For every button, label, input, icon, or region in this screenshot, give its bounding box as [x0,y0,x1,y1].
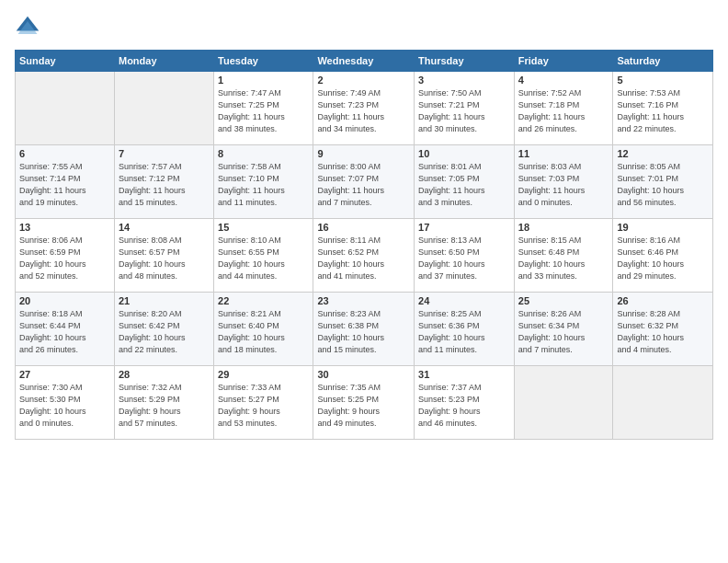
day-number: 6 [19,148,110,159]
calendar-cell: 21Sunrise: 8:20 AM Sunset: 6:42 PM Dayli… [114,293,213,366]
day-number: 24 [418,295,510,306]
day-number: 14 [119,222,210,233]
day-info: Sunrise: 7:57 AM Sunset: 7:12 PM Dayligh… [119,161,210,209]
day-number: 3 [418,75,510,86]
calendar-cell [114,72,213,145]
calendar-cell: 11Sunrise: 8:03 AM Sunset: 7:03 PM Dayli… [514,145,613,219]
day-number: 25 [518,295,609,306]
day-info: Sunrise: 8:13 AM Sunset: 6:50 PM Dayligh… [418,235,510,282]
calendar-week-4: 20Sunrise: 8:18 AM Sunset: 6:44 PM Dayli… [16,293,713,366]
day-info: Sunrise: 8:25 AM Sunset: 6:36 PM Dayligh… [418,308,510,356]
day-info: Sunrise: 7:35 AM Sunset: 5:25 PM Dayligh… [317,382,410,430]
calendar-cell: 8Sunrise: 7:58 AM Sunset: 7:10 PM Daylig… [214,145,313,219]
day-info: Sunrise: 8:01 AM Sunset: 7:05 PM Dayligh… [418,161,510,209]
day-info: Sunrise: 8:10 AM Sunset: 6:55 PM Dayligh… [218,235,309,282]
calendar-cell: 22Sunrise: 8:21 AM Sunset: 6:40 PM Dayli… [214,293,313,366]
day-number: 9 [317,148,410,159]
day-number: 20 [19,295,110,306]
calendar-cell: 23Sunrise: 8:23 AM Sunset: 6:38 PM Dayli… [313,293,415,366]
calendar-cell [16,72,115,145]
calendar-cell: 29Sunrise: 7:33 AM Sunset: 5:27 PM Dayli… [214,366,313,440]
day-number: 29 [218,369,309,380]
calendar-cell: 26Sunrise: 8:28 AM Sunset: 6:32 PM Dayli… [613,293,713,366]
column-header-sunday: Sunday [16,51,115,72]
column-header-monday: Monday [114,51,213,72]
day-number: 22 [218,295,309,306]
day-number: 15 [218,222,309,233]
header [15,15,713,40]
column-header-friday: Friday [514,51,613,72]
day-info: Sunrise: 8:20 AM Sunset: 6:42 PM Dayligh… [119,308,210,356]
calendar-cell: 17Sunrise: 8:13 AM Sunset: 6:50 PM Dayli… [415,219,515,293]
day-info: Sunrise: 7:32 AM Sunset: 5:29 PM Dayligh… [119,382,210,430]
column-header-saturday: Saturday [613,51,713,72]
calendar-cell: 27Sunrise: 7:30 AM Sunset: 5:30 PM Dayli… [16,366,115,440]
day-number: 8 [218,148,309,159]
day-number: 7 [119,148,210,159]
day-info: Sunrise: 7:30 AM Sunset: 5:30 PM Dayligh… [19,382,110,430]
column-header-wednesday: Wednesday [313,51,415,72]
day-number: 31 [418,369,510,380]
calendar-header-row: SundayMondayTuesdayWednesdayThursdayFrid… [16,51,713,72]
day-info: Sunrise: 8:16 AM Sunset: 6:46 PM Dayligh… [617,235,709,282]
day-number: 19 [617,222,709,233]
day-number: 5 [617,75,709,86]
day-info: Sunrise: 7:47 AM Sunset: 7:25 PM Dayligh… [218,87,309,135]
calendar-cell: 28Sunrise: 7:32 AM Sunset: 5:29 PM Dayli… [114,366,213,440]
day-info: Sunrise: 7:52 AM Sunset: 7:18 PM Dayligh… [518,87,609,135]
day-info: Sunrise: 8:28 AM Sunset: 6:32 PM Dayligh… [617,308,709,356]
day-number: 23 [317,295,410,306]
calendar-cell: 18Sunrise: 8:15 AM Sunset: 6:48 PM Dayli… [514,219,613,293]
day-info: Sunrise: 7:50 AM Sunset: 7:21 PM Dayligh… [418,87,510,135]
day-number: 30 [317,369,410,380]
calendar-week-3: 13Sunrise: 8:06 AM Sunset: 6:59 PM Dayli… [16,219,713,293]
day-info: Sunrise: 8:21 AM Sunset: 6:40 PM Dayligh… [218,308,309,356]
calendar-cell: 2Sunrise: 7:49 AM Sunset: 7:23 PM Daylig… [313,72,415,145]
day-number: 13 [19,222,110,233]
calendar-cell: 3Sunrise: 7:50 AM Sunset: 7:21 PM Daylig… [415,72,515,145]
day-info: Sunrise: 7:49 AM Sunset: 7:23 PM Dayligh… [317,87,410,135]
calendar-cell: 13Sunrise: 8:06 AM Sunset: 6:59 PM Dayli… [16,219,115,293]
calendar-cell: 31Sunrise: 7:37 AM Sunset: 5:23 PM Dayli… [415,366,515,440]
day-info: Sunrise: 8:06 AM Sunset: 6:59 PM Dayligh… [19,235,110,282]
calendar-cell: 4Sunrise: 7:52 AM Sunset: 7:18 PM Daylig… [514,72,613,145]
day-number: 26 [617,295,709,306]
day-info: Sunrise: 8:05 AM Sunset: 7:01 PM Dayligh… [617,161,709,209]
day-info: Sunrise: 8:26 AM Sunset: 6:34 PM Dayligh… [518,308,609,356]
day-info: Sunrise: 8:18 AM Sunset: 6:44 PM Dayligh… [19,308,110,356]
day-number: 2 [317,75,410,86]
day-info: Sunrise: 8:08 AM Sunset: 6:57 PM Dayligh… [119,235,210,282]
page: SundayMondayTuesdayWednesdayThursdayFrid… [0,0,728,563]
day-number: 17 [418,222,510,233]
day-number: 18 [518,222,609,233]
calendar-cell: 12Sunrise: 8:05 AM Sunset: 7:01 PM Dayli… [613,145,713,219]
calendar-table: SundayMondayTuesdayWednesdayThursdayFrid… [15,50,713,440]
calendar-cell: 5Sunrise: 7:53 AM Sunset: 7:16 PM Daylig… [613,72,713,145]
day-info: Sunrise: 7:58 AM Sunset: 7:10 PM Dayligh… [218,161,309,209]
calendar-cell: 1Sunrise: 7:47 AM Sunset: 7:25 PM Daylig… [214,72,313,145]
day-info: Sunrise: 8:03 AM Sunset: 7:03 PM Dayligh… [518,161,609,209]
day-info: Sunrise: 7:37 AM Sunset: 5:23 PM Dayligh… [418,382,510,430]
calendar-cell: 25Sunrise: 8:26 AM Sunset: 6:34 PM Dayli… [514,293,613,366]
calendar-cell: 16Sunrise: 8:11 AM Sunset: 6:52 PM Dayli… [313,219,415,293]
day-info: Sunrise: 8:15 AM Sunset: 6:48 PM Dayligh… [518,235,609,282]
day-number: 4 [518,75,609,86]
day-info: Sunrise: 7:33 AM Sunset: 5:27 PM Dayligh… [218,382,309,430]
calendar-cell: 6Sunrise: 7:55 AM Sunset: 7:14 PM Daylig… [16,145,115,219]
calendar-cell: 10Sunrise: 8:01 AM Sunset: 7:05 PM Dayli… [415,145,515,219]
calendar-cell: 20Sunrise: 8:18 AM Sunset: 6:44 PM Dayli… [16,293,115,366]
day-info: Sunrise: 7:55 AM Sunset: 7:14 PM Dayligh… [19,161,110,209]
day-number: 21 [119,295,210,306]
calendar-week-1: 1Sunrise: 7:47 AM Sunset: 7:25 PM Daylig… [16,72,713,145]
calendar-cell: 24Sunrise: 8:25 AM Sunset: 6:36 PM Dayli… [415,293,515,366]
calendar-week-2: 6Sunrise: 7:55 AM Sunset: 7:14 PM Daylig… [16,145,713,219]
calendar-cell: 30Sunrise: 7:35 AM Sunset: 5:25 PM Dayli… [313,366,415,440]
calendar-cell [613,366,713,440]
day-info: Sunrise: 8:23 AM Sunset: 6:38 PM Dayligh… [317,308,410,356]
day-number: 12 [617,148,709,159]
column-header-tuesday: Tuesday [214,51,313,72]
calendar-cell: 15Sunrise: 8:10 AM Sunset: 6:55 PM Dayli… [214,219,313,293]
calendar-week-5: 27Sunrise: 7:30 AM Sunset: 5:30 PM Dayli… [16,366,713,440]
calendar-cell: 9Sunrise: 8:00 AM Sunset: 7:07 PM Daylig… [313,145,415,219]
calendar-cell: 7Sunrise: 7:57 AM Sunset: 7:12 PM Daylig… [114,145,213,219]
